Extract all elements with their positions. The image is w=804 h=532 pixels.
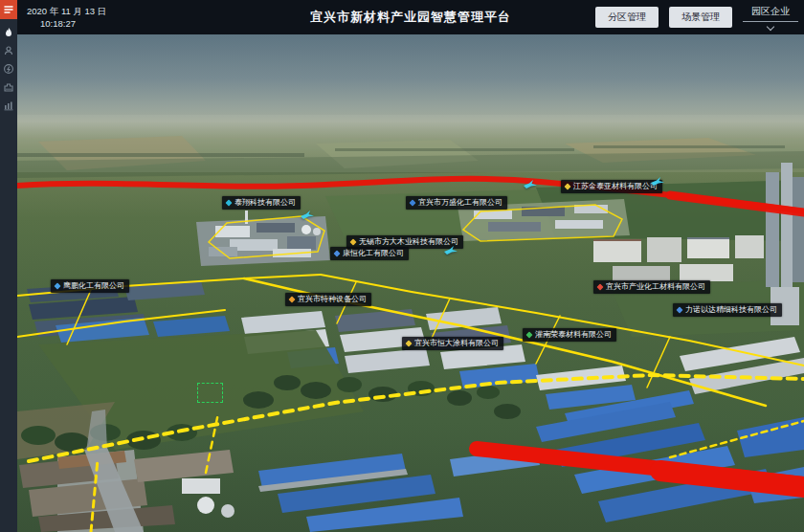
header-actions: 分区管理场景管理 园区企业 <box>595 0 798 34</box>
company-marker-icon <box>405 340 412 346</box>
dropdown-label: 园区企业 <box>743 5 798 22</box>
current-date: 2020 年 11 月 13 日 <box>27 5 106 17</box>
park-enterprise-dropdown[interactable]: 园区企业 <box>743 5 798 30</box>
hamburger-icon <box>3 4 14 15</box>
company-label[interactable]: 宜兴市特种设备公司 <box>285 293 371 306</box>
company-marker-icon <box>54 282 60 289</box>
company-label-text: 宜兴市产业化工材料有限公司 <box>606 283 705 291</box>
plane-marker-icon[interactable] <box>524 176 537 193</box>
company-label-text: 鹰鹏化工有限公司 <box>63 282 124 290</box>
company-label[interactable]: 宜兴市产业化工材料有限公司 <box>593 280 710 294</box>
company-label[interactable]: 宜兴市万盛化工有限公司 <box>406 196 507 210</box>
company-label[interactable]: 灌南荣泰材料有限公司 <box>523 328 616 342</box>
user-icon <box>3 45 14 56</box>
company-marker-icon <box>409 199 415 206</box>
hamburger-menu-button[interactable] <box>0 0 17 19</box>
factory-icon <box>3 81 14 93</box>
company-label[interactable]: 鹰鹏化工有限公司 <box>51 279 129 293</box>
top-header-bar: 2020 年 11 月 13 日 10:18:27 宜兴市新材料产业园智慧管理平… <box>17 0 804 34</box>
plane-marker-icon[interactable] <box>444 242 458 259</box>
company-label-text: 宜兴市特种设备公司 <box>298 296 367 303</box>
company-label[interactable]: 泰翔科技有限公司 <box>222 196 301 210</box>
company-label-text: 康恒化工有限公司 <box>343 250 404 257</box>
sidebar-item-energy[interactable] <box>0 59 17 78</box>
company-label-text: 灌南荣泰材料有限公司 <box>535 331 612 339</box>
company-label-text: 宜兴市恒大涂料有限公司 <box>414 340 499 347</box>
company-marker-icon <box>225 199 232 206</box>
company-label-text: 宜兴市万盛化工有限公司 <box>418 199 502 207</box>
sidebar-item-fire-monitor[interactable] <box>0 23 17 41</box>
company-marker-icon <box>676 306 682 313</box>
power-icon <box>3 63 14 75</box>
company-label[interactable]: 力诺以达精细科技有限公司 <box>673 303 782 317</box>
datetime-display: 2020 年 11 月 13 日 10:18:27 <box>27 5 106 31</box>
flame-icon <box>3 27 14 38</box>
company-marker-icon <box>525 331 532 338</box>
company-label[interactable]: 宜兴市恒大涂料有限公司 <box>402 337 503 350</box>
company-label-text: 泰翔科技有限公司 <box>234 199 296 207</box>
left-sidebar <box>0 0 17 532</box>
sidebar-item-enterprise[interactable] <box>0 78 17 96</box>
bar-chart-icon <box>3 100 14 111</box>
zone-management-button[interactable]: 分区管理 <box>595 7 659 28</box>
chevron-down-icon <box>767 23 774 31</box>
company-marker-icon <box>288 296 295 302</box>
sidebar-item-statistics[interactable] <box>0 96 17 114</box>
company-label-text: 江苏金泰亚材料有限公司 <box>573 183 658 190</box>
current-time: 10:18:27 <box>40 17 106 30</box>
company-marker-icon <box>564 183 570 189</box>
plane-marker-icon[interactable] <box>651 173 664 190</box>
company-marker-icon <box>349 238 356 245</box>
company-label-text: 力诺以达精细科技有限公司 <box>685 306 777 314</box>
company-label[interactable]: 江苏金泰亚材料有限公司 <box>561 180 662 193</box>
company-label[interactable]: 康恒化工有限公司 <box>330 247 409 260</box>
plane-marker-icon[interactable] <box>301 207 314 224</box>
company-marker-icon <box>333 250 340 256</box>
sidebar-item-personnel[interactable] <box>0 41 17 59</box>
company-marker-icon <box>596 283 603 290</box>
scene-management-button[interactable]: 场景管理 <box>669 7 732 28</box>
